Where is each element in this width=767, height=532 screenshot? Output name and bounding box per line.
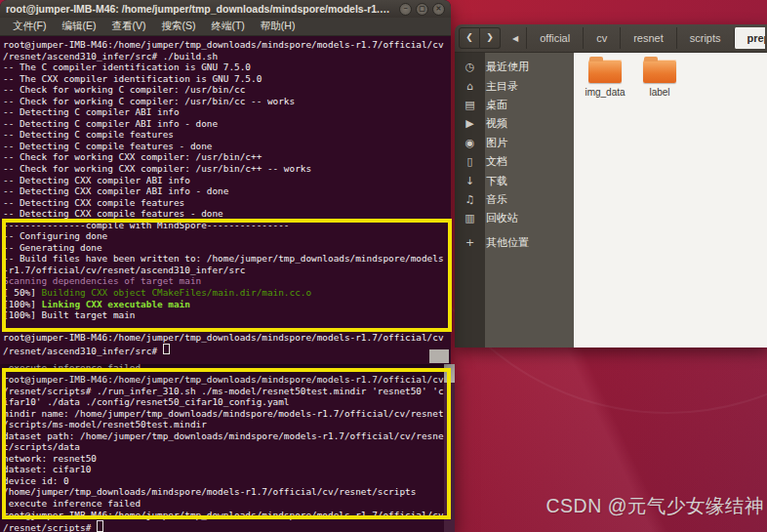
other-locations-icon: + <box>455 236 485 249</box>
pictures-icon: ◉ <box>455 137 485 149</box>
terminal-line: -- Detecting CXX compiler ABI info <box>3 175 451 186</box>
folder-label[interactable]: label <box>632 60 687 98</box>
menu-item[interactable]: 帮助(H) <box>254 19 303 34</box>
terminal-titlebar[interactable]: root@jumper-IMB-M46: /home/jumper/tmp_do… <box>0 0 451 18</box>
terminal-line: /resnet/scripts# ./run_infer_310.sh ./ms… <box>3 386 444 397</box>
terminal-line: -- Check for working CXX compiler: /usr/… <box>3 151 451 163</box>
terminal-line: device id: 0 <box>3 475 444 487</box>
breadcrumb: officialcvresnetscriptspreprocess_Result <box>526 27 765 49</box>
terminal-screen-bottom[interactable]: execute inference failedroot@jumper-IMB-… <box>0 364 444 532</box>
sidebar-item-recent[interactable]: ◷最近使用 <box>455 58 574 76</box>
file-list-area[interactable]: img_datalabel <box>574 53 767 348</box>
terminal-line: -- Check for working C compiler: /usr/bi… <box>3 84 451 96</box>
terminal-line: -- Detecting CXX compiler ABI info - don… <box>3 185 451 197</box>
folder-icon <box>588 60 622 83</box>
terminal-line: [100%] Linking CXX executable main <box>3 299 451 310</box>
music-icon: ♫ <box>455 193 485 206</box>
terminal-line: -- Detecting C compiler ABI info - done <box>3 118 451 130</box>
home-icon: ⌂ <box>455 80 485 93</box>
folder-label: label <box>632 87 687 98</box>
terminal-line: root@jumper-IMB-M46:/home/jumper/tmp_dow… <box>3 374 444 386</box>
terminal-line: -- Build files have been written to: /ho… <box>3 253 451 265</box>
sidebar-item-downloads[interactable]: ↓下载 <box>455 171 574 189</box>
sidebar-item-label: 最近使用 <box>485 60 529 74</box>
sidebar-item-documents[interactable]: ▯文档 <box>455 152 574 171</box>
terminal-line: -- The C compiler identification is GNU … <box>3 61 451 73</box>
scrollbar-thumb[interactable] <box>444 364 455 383</box>
terminal-line <box>3 321 451 333</box>
terminal-line: root@jumper-IMB-M46:/home/jumper/tmp_dow… <box>3 510 444 521</box>
trash-icon: ▥ <box>455 212 485 225</box>
sidebar-item-label: 回收站 <box>485 211 518 225</box>
forward-button[interactable]: ❯ <box>480 27 501 49</box>
sidebar-item-trash[interactable]: ▥回收站 <box>455 209 574 227</box>
sidebar-item-desktop[interactable]: ▤桌面 <box>455 96 574 114</box>
terminal-line: -- The CXX compiler identification is GN… <box>3 73 451 85</box>
menu-item[interactable]: 终端(T) <box>204 19 251 34</box>
close-button[interactable]: ✕ <box>432 3 445 16</box>
terminal-window-top[interactable]: root@jumper-IMB-M46: /home/jumper/tmp_do… <box>0 0 451 364</box>
terminal-line: ---------------compile with MindSpore---… <box>3 220 451 231</box>
terminal-line: network: resnet50 <box>3 453 444 465</box>
terminal-line: -- Detecting C compile features <box>3 129 451 141</box>
terminal-menubar: 文件(F)编辑(E)查看(V)搜索(S)终端(T)帮助(H) <box>0 18 451 36</box>
back-button[interactable]: ❮ <box>459 27 480 49</box>
terminal-line: -- Check for working CXX compiler: /usr/… <box>3 163 451 175</box>
terminal-line: -- Check for working C compiler: /usr/bi… <box>3 96 451 107</box>
sidebar-item-label: 主目录 <box>485 79 518 94</box>
menu-item[interactable]: 查看(V) <box>104 19 152 34</box>
maximize-button[interactable]: ▢ <box>416 3 428 16</box>
recent-icon: ◷ <box>455 61 485 73</box>
terminal-line: /resnet/ascend310_infer/src# <box>3 344 451 355</box>
watermark: CSDN @元气少女缘结神 <box>546 493 764 519</box>
terminal-line: /resnet/ascend310_infer/src# ./build.sh <box>3 51 451 62</box>
sidebar-item-other-locations[interactable]: +其他位置 <box>455 233 574 252</box>
videos-icon: ▶ <box>455 117 485 130</box>
terminal-window-bottom[interactable]: execute inference failedroot@jumper-IMB-… <box>0 364 455 532</box>
terminal-line: /scripts/ms-model/resnet50test.mindir <box>3 419 444 430</box>
terminal-line: -- Generating done <box>3 242 451 254</box>
terminal-line: root@jumper-IMB-M46:/home/jumper/tmp_dow… <box>3 332 451 344</box>
sidebar-item-label: 视频 <box>485 116 507 131</box>
window-title: root@jumper-IMB-M46: /home/jumper/tmp_do… <box>6 3 393 15</box>
terminal-line: -- Configuring done <box>3 230 451 242</box>
sidebar-item-pictures[interactable]: ◉图片 <box>455 134 574 152</box>
sidebar-item-label: 音乐 <box>485 192 507 207</box>
breadcrumb-item-cv[interactable]: cv <box>583 27 620 49</box>
menu-item[interactable]: 文件(F) <box>6 19 53 34</box>
breadcrumb-item-official[interactable]: official <box>526 27 583 49</box>
terminal-line: Scanning dependencies of target main <box>3 275 451 287</box>
terminal-line: -- Detecting CXX compile features <box>3 197 451 209</box>
terminal-line: [ 50%] Building CXX object CMakeFiles/ma… <box>3 287 451 299</box>
breadcrumb-item-resnet[interactable]: resnet <box>620 27 676 49</box>
terminal-line: execute inference failed <box>3 498 444 510</box>
minimize-button[interactable]: − <box>399 3 412 16</box>
terminal-line: [100%] Built target main <box>3 309 451 321</box>
sidebar-item-music[interactable]: ♫音乐 <box>455 190 574 209</box>
menu-item[interactable]: 编辑(E) <box>55 19 102 34</box>
documents-icon: ▯ <box>455 155 485 168</box>
menu-item[interactable]: 搜索(S) <box>154 19 202 34</box>
terminal-line: dataset path: /home/jumper/tmp_downloads… <box>3 430 444 442</box>
scrollbar-thumb[interactable] <box>429 349 449 363</box>
desktop-icon: ▤ <box>455 99 485 111</box>
sidebar-item-label: 其他位置 <box>485 235 529 250</box>
scrollbar-track[interactable] <box>444 364 455 532</box>
file-manager-window[interactable]: ❮ ❯ ◀ officialcvresnetscriptspreprocess_… <box>455 24 767 348</box>
terminal-screen-top[interactable]: root@jumper-IMB-M46:/home/jumper/tmp_dow… <box>0 36 451 354</box>
folder-img_data[interactable]: img_data <box>578 60 632 98</box>
nav-button-group: ❮ ❯ <box>459 27 501 49</box>
terminal-line: execute inference failed <box>3 364 444 374</box>
breadcrumb-item-active[interactable]: preprocess_Result <box>734 27 766 49</box>
terminal-line: -- Detecting C compile features - done <box>3 141 451 152</box>
breadcrumb-overflow-icon[interactable]: ◀ <box>512 34 518 43</box>
breadcrumb-item-scripts[interactable]: scripts <box>676 27 734 49</box>
window-buttons: − ▢ ✕ <box>399 3 445 16</box>
sidebar-item-videos[interactable]: ▶视频 <box>455 114 574 133</box>
terminal-cursor <box>97 520 104 532</box>
sidebar-item-home[interactable]: ⌂主目录 <box>455 76 574 95</box>
terminal-cursor <box>163 344 171 355</box>
folder-icon <box>643 60 676 83</box>
file-manager-sidebar: ◷最近使用⌂主目录▤桌面▶视频◉图片▯文档↓下载♫音乐▥回收站+其他位置 <box>455 53 574 348</box>
sidebar-item-label: 桌面 <box>485 98 507 112</box>
